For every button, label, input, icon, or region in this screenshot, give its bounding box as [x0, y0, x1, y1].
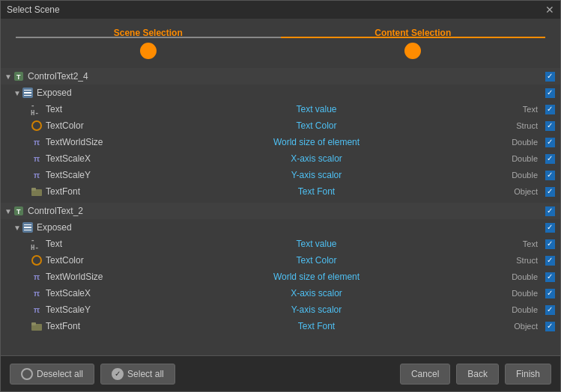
- item-name-g1-5: TextScaleY: [46, 170, 136, 180]
- item-name-g2-1: Text: [46, 239, 136, 249]
- tree-row: ▶ π TextScaleX X-axis scalor Double ✓: [1, 285, 560, 301]
- footer-right: Cancel Back Finish: [400, 364, 551, 385]
- item-name-g1-2: TextColor: [46, 120, 136, 131]
- item-name-g2-2: TextColor: [46, 255, 136, 266]
- deselect-all-button[interactable]: Deselect all: [10, 364, 94, 385]
- tree-row: ▶ -H- Text Text value Text ✓: [1, 101, 560, 117]
- item-name-g1-6: TextFont: [46, 186, 136, 197]
- title-bar: Select Scene ✕: [1, 1, 560, 19]
- deselect-all-label: Deselect all: [37, 369, 83, 379]
- folder-icon-g1-6: [31, 186, 43, 197]
- item-check-g2-6[interactable]: ✓: [542, 322, 557, 331]
- tree-row: ▶ π TextWorldSize World size of element …: [1, 134, 560, 150]
- item-name-g2-4: TextScaleX: [46, 288, 136, 298]
- item-value-g1-1: Text value: [136, 104, 497, 114]
- cancel-label: Cancel: [411, 369, 439, 379]
- window: Select Scene ✕ Scene Selection Content S…: [0, 0, 561, 392]
- group1-label: ControlText2_4: [28, 71, 118, 82]
- pi-icon-g2-3: π: [31, 271, 43, 283]
- exposed2-icon: [22, 221, 34, 233]
- item-check-g1-2[interactable]: ✓: [542, 121, 557, 131]
- expand-icon-exposed2[interactable]: ▼: [13, 223, 22, 232]
- tree-row: ▶ TextFont Text Font Object ✓: [1, 183, 560, 200]
- item-value-g1-3: World size of element: [136, 137, 497, 147]
- wizard-dot-1: [140, 43, 157, 59]
- text-icon-g1-1: -H-: [31, 103, 43, 115]
- globe-icon-g1-2: [31, 120, 43, 132]
- wizard-bar: Scene Selection Content Selection: [1, 19, 560, 65]
- tree-row: ▶ TextFont Text Font Object ✓: [1, 318, 560, 334]
- item-value-g2-1: Text value: [136, 239, 497, 249]
- item-name-g1-3: TextWorldSize: [46, 137, 136, 147]
- window-title: Select Scene: [7, 4, 60, 15]
- item-value-g1-2: Text Color: [136, 120, 497, 131]
- group1-checkbox[interactable]: ✓: [542, 72, 557, 82]
- item-check-g2-5[interactable]: ✓: [542, 305, 557, 315]
- wizard-step-2: Content Selection: [281, 28, 546, 59]
- expand-icon-exposed1[interactable]: ▼: [13, 88, 22, 97]
- select-all-button[interactable]: ✓ Select all: [100, 364, 175, 385]
- wizard-step1-label: Scene Selection: [114, 28, 183, 38]
- tree-group-1: ▼ T ControlText2_4 ✓: [1, 68, 560, 85]
- item-type-g2-1: Text: [497, 239, 542, 248]
- tree-exposed-2: ▼ Exposed ✓: [1, 219, 560, 236]
- group2-label: ControlText_2: [28, 206, 118, 216]
- svg-text:T: T: [16, 208, 21, 215]
- pi-icon-g1-3: π: [31, 136, 43, 148]
- item-check-g1-3[interactable]: ✓: [542, 138, 557, 147]
- exposed1-checkbox[interactable]: ✓: [542, 88, 557, 98]
- expand-icon-2[interactable]: ▼: [4, 206, 13, 215]
- tree-row: ▶ π TextScaleY Y-axis scalor Double ✓: [1, 301, 560, 318]
- item-name-g1-1: Text: [46, 104, 136, 114]
- exposed2-label: Exposed: [37, 222, 127, 233]
- pi-icon-g1-4: π: [31, 153, 43, 165]
- item-check-g1-5[interactable]: ✓: [542, 171, 557, 180]
- expand-icon-1[interactable]: ▼: [4, 72, 13, 81]
- exposed2-checkbox[interactable]: ✓: [542, 223, 557, 233]
- item-check-g1-4[interactable]: ✓: [542, 154, 557, 164]
- tree-group-2: ▼ T ControlText_2 ✓: [1, 203, 560, 219]
- deselect-icon: [21, 368, 33, 380]
- item-name-g2-6: TextFont: [46, 321, 136, 331]
- item-value-g2-6: Text Font: [136, 321, 497, 331]
- wizard-step2-label: Content Selection: [374, 28, 451, 38]
- item-value-g2-5: Y-axis scalor: [136, 304, 497, 315]
- select-all-label: Select all: [127, 369, 164, 379]
- item-type-g1-1: Text: [497, 105, 542, 114]
- group1-icon: T: [13, 70, 25, 82]
- svg-rect-7: [31, 322, 36, 325]
- finish-label: Finish: [516, 369, 540, 379]
- item-check-g1-6[interactable]: ✓: [542, 187, 557, 197]
- cancel-button[interactable]: Cancel: [400, 364, 450, 385]
- item-type-g2-3: Double: [497, 272, 542, 281]
- item-check-g1-1[interactable]: ✓: [542, 105, 557, 114]
- text-icon-g2-1: -H-: [31, 238, 43, 250]
- pi-icon-g2-4: π: [31, 287, 43, 299]
- item-value-g1-4: X-axis scalor: [136, 153, 497, 164]
- folder-icon-g2-6: [31, 320, 43, 332]
- item-value-g2-3: World size of element: [136, 272, 497, 282]
- finish-button[interactable]: Finish: [505, 364, 551, 385]
- back-button[interactable]: Back: [456, 364, 499, 385]
- wizard-track: Scene Selection Content Selection: [16, 28, 545, 59]
- close-button[interactable]: ✕: [545, 4, 554, 15]
- item-check-g2-2[interactable]: ✓: [542, 256, 557, 266]
- group2-icon: T: [13, 205, 25, 217]
- svg-text:T: T: [16, 73, 21, 81]
- item-type-g1-2: Struct: [497, 121, 542, 130]
- exposed1-label: Exposed: [37, 88, 127, 98]
- item-type-g1-5: Double: [497, 171, 542, 180]
- item-value-g2-4: X-axis scalor: [136, 288, 497, 298]
- item-type-g2-4: Double: [497, 289, 542, 298]
- item-name-g2-3: TextWorldSize: [46, 272, 136, 282]
- globe-icon-g2-2: [31, 254, 43, 266]
- item-type-g1-4: Double: [497, 154, 542, 163]
- item-check-g2-3[interactable]: ✓: [542, 272, 557, 282]
- item-check-g2-1[interactable]: ✓: [542, 239, 557, 249]
- item-type-g1-6: Object: [497, 187, 542, 196]
- item-check-g2-4[interactable]: ✓: [542, 289, 557, 298]
- group2-checkbox[interactable]: ✓: [542, 206, 557, 216]
- item-value-g1-6: Text Font: [136, 186, 497, 197]
- tree-exposed-1: ▼ Exposed ✓: [1, 85, 560, 101]
- back-label: Back: [467, 369, 488, 379]
